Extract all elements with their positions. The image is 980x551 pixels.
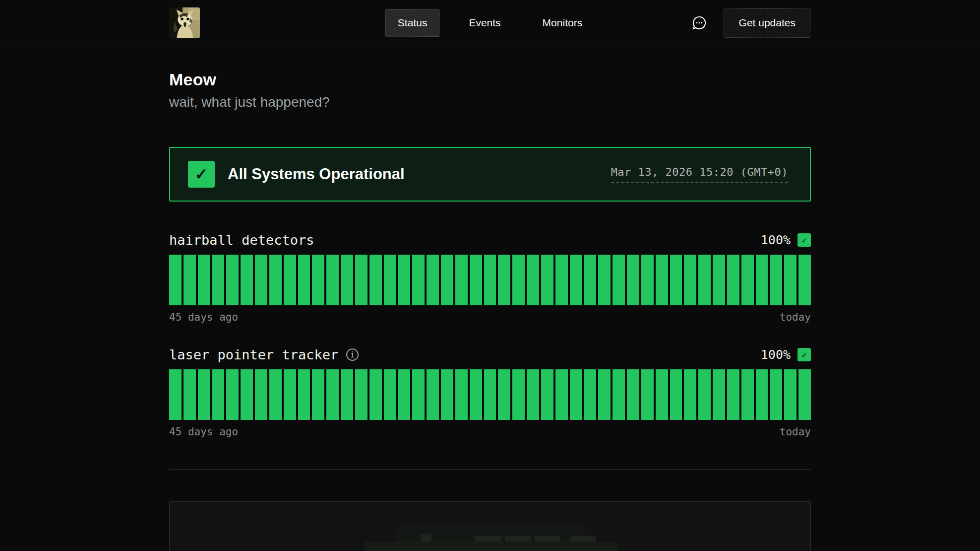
uptime-day-bar[interactable]: [570, 369, 582, 420]
tab-monitors[interactable]: Monitors: [530, 9, 595, 37]
uptime-day-bar[interactable]: [612, 369, 625, 420]
uptime-day-bar[interactable]: [527, 255, 539, 305]
uptime-day-bar[interactable]: [241, 369, 253, 420]
uptime-day-bar[interactable]: [455, 255, 468, 305]
uptime-day-bar[interactable]: [756, 255, 768, 305]
uptime-day-bar[interactable]: [298, 255, 310, 305]
uptime-day-bar[interactable]: [169, 255, 182, 305]
uptime-day-bar[interactable]: [555, 255, 568, 305]
uptime-day-bar[interactable]: [255, 369, 267, 420]
uptime-day-bar[interactable]: [570, 255, 582, 305]
uptime-day-bar[interactable]: [169, 369, 182, 420]
uptime-day-bar[interactable]: [627, 255, 639, 305]
uptime-day-bar[interactable]: [641, 255, 654, 305]
uptime-day-bar[interactable]: [484, 369, 496, 420]
uptime-day-bar[interactable]: [398, 369, 411, 420]
uptime-day-bar[interactable]: [741, 369, 754, 420]
uptime-day-bar[interactable]: [384, 369, 396, 420]
uptime-day-bar[interactable]: [212, 369, 225, 420]
uptime-day-bar[interactable]: [656, 369, 668, 420]
uptime-day-bar[interactable]: [326, 255, 339, 305]
uptime-day-bar[interactable]: [269, 255, 282, 305]
uptime-day-bar[interactable]: [627, 369, 639, 420]
uptime-day-bar[interactable]: [198, 369, 210, 420]
uptime-day-bar[interactable]: [398, 255, 411, 305]
uptime-day-bar[interactable]: [798, 369, 811, 420]
uptime-day-bar[interactable]: [598, 255, 611, 305]
range-start-label: 45 days ago: [169, 311, 238, 323]
uptime-day-bar[interactable]: [184, 369, 196, 420]
tab-status[interactable]: Status: [385, 9, 440, 37]
uptime-day-bar[interactable]: [355, 369, 368, 420]
uptime-day-bar[interactable]: [741, 255, 754, 305]
site-logo-cat-image[interactable]: [169, 7, 200, 38]
uptime-day-bar[interactable]: [355, 255, 368, 305]
uptime-day-bar[interactable]: [670, 255, 682, 305]
uptime-day-bar[interactable]: [427, 369, 439, 420]
uptime-day-bar[interactable]: [470, 369, 482, 420]
uptime-day-bar[interactable]: [441, 255, 453, 305]
uptime-day-bar[interactable]: [770, 369, 782, 420]
uptime-day-bar[interactable]: [484, 255, 496, 305]
uptime-day-bar[interactable]: [512, 369, 525, 420]
uptime-day-bar[interactable]: [226, 255, 239, 305]
uptime-day-bar[interactable]: [226, 369, 239, 420]
tab-events[interactable]: Events: [456, 9, 513, 37]
uptime-day-bar[interactable]: [412, 255, 425, 305]
status-timestamp[interactable]: Mar 13, 2026 15:20 (GMT+0): [611, 166, 788, 183]
uptime-day-bar[interactable]: [441, 369, 453, 420]
uptime-day-bar[interactable]: [512, 255, 525, 305]
uptime-day-bar[interactable]: [184, 255, 196, 305]
uptime-day-bar[interactable]: [713, 255, 725, 305]
uptime-day-bar[interactable]: [269, 369, 282, 420]
uptime-day-bar[interactable]: [198, 255, 210, 305]
uptime-day-bar[interactable]: [684, 369, 696, 420]
uptime-day-bar[interactable]: [369, 255, 382, 305]
uptime-day-bar[interactable]: [384, 255, 396, 305]
uptime-day-bar[interactable]: [584, 369, 596, 420]
uptime-day-bar[interactable]: [784, 255, 796, 305]
uptime-day-bar[interactable]: [284, 369, 296, 420]
uptime-day-bar[interactable]: [641, 369, 654, 420]
uptime-day-bar[interactable]: [326, 369, 339, 420]
uptime-day-bar[interactable]: [713, 369, 725, 420]
uptime-day-bar[interactable]: [498, 369, 510, 420]
get-updates-button[interactable]: Get updates: [724, 8, 811, 38]
uptime-day-bar[interactable]: [698, 255, 711, 305]
uptime-day-bar[interactable]: [784, 369, 796, 420]
info-icon[interactable]: i: [346, 348, 359, 361]
uptime-day-bar[interactable]: [255, 255, 267, 305]
uptime-day-bar[interactable]: [427, 255, 439, 305]
surprised-cat-icon: [169, 7, 200, 38]
uptime-day-bar[interactable]: [341, 369, 353, 420]
uptime-day-bar[interactable]: [241, 255, 253, 305]
uptime-day-bar[interactable]: [498, 255, 510, 305]
uptime-day-bar[interactable]: [612, 255, 625, 305]
uptime-day-bar[interactable]: [798, 255, 811, 305]
uptime-day-bar[interactable]: [470, 255, 482, 305]
uptime-day-bar[interactable]: [756, 369, 768, 420]
uptime-day-bar[interactable]: [770, 255, 782, 305]
uptime-day-bar[interactable]: [455, 369, 468, 420]
uptime-day-bar[interactable]: [656, 255, 668, 305]
uptime-day-bar[interactable]: [527, 369, 539, 420]
uptime-day-bar[interactable]: [312, 369, 324, 420]
uptime-day-bar[interactable]: [555, 369, 568, 420]
feedback-chat-button[interactable]: [689, 12, 710, 33]
uptime-day-bar[interactable]: [727, 369, 739, 420]
uptime-day-bar[interactable]: [541, 369, 553, 420]
uptime-day-bar[interactable]: [369, 369, 382, 420]
uptime-day-bar[interactable]: [412, 369, 425, 420]
uptime-day-bar[interactable]: [698, 369, 711, 420]
uptime-day-bar[interactable]: [341, 255, 353, 305]
uptime-day-bar[interactable]: [727, 255, 739, 305]
uptime-day-bar[interactable]: [298, 369, 310, 420]
uptime-day-bar[interactable]: [684, 255, 696, 305]
uptime-day-bar[interactable]: [584, 255, 596, 305]
uptime-day-bar[interactable]: [598, 369, 611, 420]
uptime-day-bar[interactable]: [284, 255, 296, 305]
uptime-day-bar[interactable]: [212, 255, 225, 305]
uptime-day-bar[interactable]: [312, 255, 324, 305]
uptime-day-bar[interactable]: [541, 255, 553, 305]
uptime-day-bar[interactable]: [670, 369, 682, 420]
